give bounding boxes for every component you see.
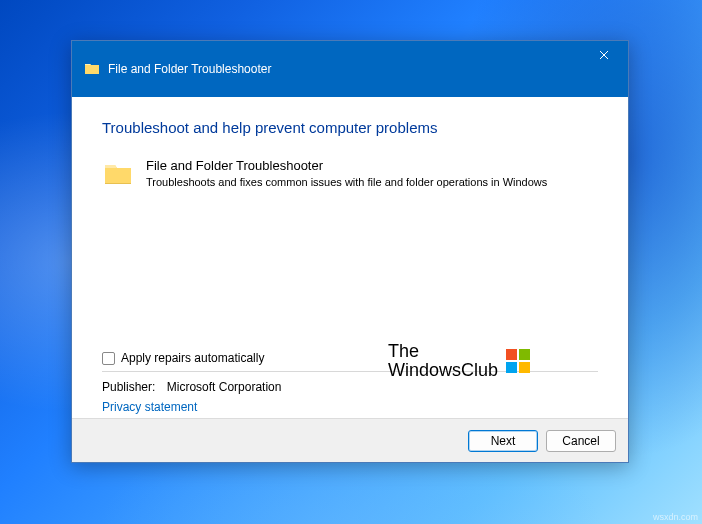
watermark: The WindowsClub bbox=[388, 342, 530, 380]
watermark-text: The WindowsClub bbox=[388, 342, 498, 380]
folder-icon bbox=[102, 158, 134, 190]
windows-logo-icon bbox=[506, 349, 530, 373]
folder-icon bbox=[84, 61, 100, 77]
privacy-statement-link[interactable]: Privacy statement bbox=[102, 400, 598, 414]
publisher-row: Publisher: Microsoft Corporation bbox=[102, 380, 598, 394]
cancel-button[interactable]: Cancel bbox=[546, 430, 616, 452]
dialog-content: Troubleshoot and help prevent computer p… bbox=[72, 97, 628, 418]
next-button[interactable]: Next bbox=[468, 430, 538, 452]
apply-repairs-checkbox[interactable] bbox=[102, 352, 115, 365]
close-icon bbox=[599, 50, 609, 60]
page-heading: Troubleshoot and help prevent computer p… bbox=[102, 119, 598, 136]
attribution-text: wsxdn.com bbox=[653, 512, 698, 522]
dialog-footer: Next Cancel bbox=[72, 418, 628, 462]
window-title: File and Folder Troubleshooter bbox=[108, 62, 271, 76]
troubleshooter-item-text: File and Folder Troubleshooter Troublesh… bbox=[146, 158, 598, 189]
titlebar: File and Folder Troubleshooter bbox=[72, 41, 628, 97]
item-description: Troubleshoots and fixes common issues wi… bbox=[146, 175, 598, 189]
item-title: File and Folder Troubleshooter bbox=[146, 158, 598, 173]
publisher-value: Microsoft Corporation bbox=[167, 380, 282, 394]
apply-repairs-label[interactable]: Apply repairs automatically bbox=[121, 351, 264, 365]
troubleshooter-item[interactable]: File and Folder Troubleshooter Troublesh… bbox=[102, 154, 598, 194]
close-button[interactable] bbox=[580, 41, 628, 69]
publisher-label: Publisher: bbox=[102, 380, 155, 394]
troubleshooter-dialog: File and Folder Troubleshooter Troublesh… bbox=[71, 40, 629, 463]
